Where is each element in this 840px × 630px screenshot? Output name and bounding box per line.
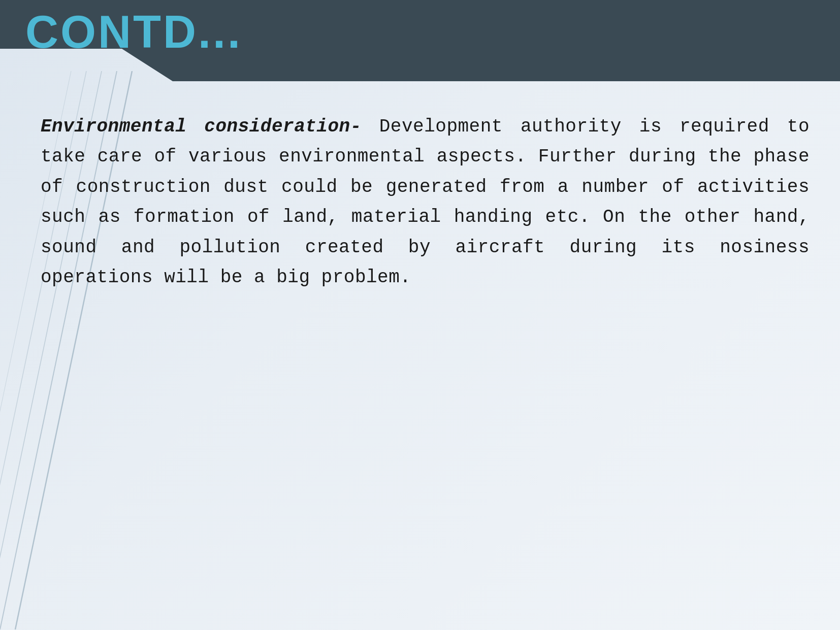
- section-label: Environmental consideration-: [41, 116, 362, 137]
- slide-container: CONTD... Environmental consideration- De…: [0, 0, 840, 630]
- main-paragraph: Environmental consideration- Development…: [41, 112, 810, 292]
- section-body: Development authority is required to tak…: [41, 116, 810, 288]
- content-area: Environmental consideration- Development…: [41, 112, 810, 589]
- slide-title: CONTD...: [25, 9, 242, 55]
